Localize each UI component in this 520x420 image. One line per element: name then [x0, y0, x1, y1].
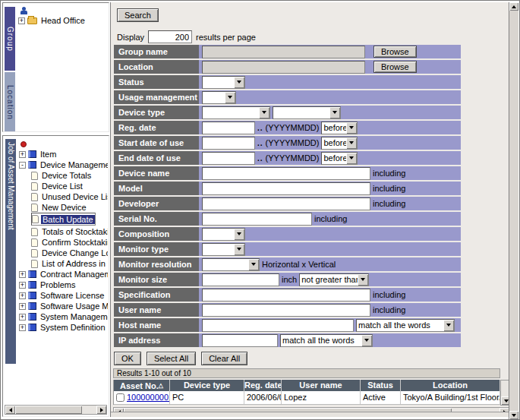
field-label: Start date of use	[114, 136, 199, 150]
expand-icon[interactable]: +	[19, 303, 26, 310]
scroll-down-button[interactable]	[509, 411, 518, 419]
device-name-input[interactable]	[202, 167, 370, 180]
calendar-picker-icon[interactable]: ..	[257, 154, 263, 163]
tab-location[interactable]: Location	[5, 72, 15, 132]
tree-item-new-device[interactable]: New Device	[31, 202, 108, 213]
group-name-browse-button[interactable]: Browse	[373, 46, 417, 58]
tree-item-confirm-stocktaking[interactable]: Confirm Stocktaking D	[31, 237, 108, 248]
tree-item-software-license[interactable]: +Software License	[19, 290, 108, 301]
column-label: Asset No.	[120, 381, 159, 390]
date-format-hint: (YYYYMMDD)	[266, 138, 320, 147]
page-icon	[32, 215, 39, 223]
match-hint: including	[314, 214, 347, 223]
composition-select[interactable]	[202, 228, 245, 241]
expand-icon[interactable]: +	[19, 271, 26, 278]
form-row-location: Location Browse	[114, 60, 461, 74]
display-count-input[interactable]	[148, 30, 192, 43]
tree-item-unused-device-list[interactable]: Unused Device List	[31, 191, 108, 202]
match-hint: including	[373, 290, 405, 299]
book-icon	[28, 161, 36, 169]
tree-item-device-change-log[interactable]: Device Change Log	[31, 248, 108, 258]
tree-item-software-usage-management[interactable]: +Software Usage Managem	[19, 301, 108, 311]
tree-item-problems[interactable]: +Problems	[19, 279, 108, 290]
book-icon	[28, 292, 36, 299]
tree-item-item[interactable]: +Item	[19, 149, 108, 159]
field-label: Device name	[114, 166, 199, 180]
row-checkbox[interactable]	[116, 393, 124, 402]
nav-horizontal-scrollbar[interactable]	[5, 405, 107, 415]
tree-item-head-office[interactable]: + Head Office	[18, 15, 107, 26]
end-date-condition-select[interactable]: before	[321, 152, 358, 165]
expand-icon[interactable]: +	[19, 151, 26, 158]
tree-item-system-management[interactable]: +System Management	[19, 311, 108, 322]
field-label: End date of use	[114, 151, 199, 165]
start-date-input[interactable]	[202, 137, 255, 150]
monitor-resolution-select[interactable]	[202, 258, 260, 271]
scroll-up-button[interactable]	[509, 2, 518, 11]
calendar-picker-icon[interactable]: ..	[257, 124, 263, 132]
status-select[interactable]	[202, 76, 245, 89]
usage-management-select[interactable]	[202, 91, 236, 104]
user-name-input[interactable]	[202, 304, 370, 317]
display-label: Display	[117, 33, 144, 42]
monitor-size-input[interactable]	[202, 273, 279, 286]
end-date-input[interactable]	[202, 152, 255, 165]
column-header-asset-no[interactable]: Asset No.△	[114, 380, 170, 391]
tree-item-list-of-address-in-use[interactable]: List of Address in Use	[31, 258, 108, 269]
ip-address-input[interactable]	[202, 334, 278, 347]
chevron-down-icon	[358, 274, 368, 286]
host-name-match-select[interactable]: match all the words	[356, 319, 455, 332]
search-button[interactable]: Search	[117, 8, 159, 22]
select-all-button[interactable]: Select All	[147, 352, 196, 365]
field-label: IP address	[114, 333, 199, 347]
tree-item-batch-update[interactable]: Batch Update	[31, 213, 96, 226]
expand-icon[interactable]: +	[19, 282, 26, 289]
expand-icon[interactable]: +	[18, 17, 25, 24]
tree-item-contract-management[interactable]: +Contract Management	[19, 269, 108, 279]
column-header-status[interactable]: Status	[361, 380, 401, 391]
device-type-select-2[interactable]	[273, 106, 341, 119]
asset-no-link[interactable]: 1000000001	[127, 391, 170, 404]
reg-date-condition-select[interactable]: before	[321, 122, 358, 134]
column-header-device-type[interactable]: Device type	[170, 380, 244, 391]
host-name-input[interactable]	[202, 319, 354, 332]
location-input[interactable]	[202, 61, 365, 74]
match-hint: including	[373, 169, 405, 178]
ip-address-match-select[interactable]: match all the words	[280, 334, 373, 347]
monitor-size-condition-select[interactable]: not greater than	[299, 273, 369, 286]
tree-item-totals-of-stocktaking[interactable]: Totals of Stocktaking-U	[31, 226, 108, 237]
tree-item-system-definition[interactable]: +System Definition	[19, 322, 108, 333]
tree-item-device-list[interactable]: Device List	[31, 181, 108, 191]
device-type-select-1[interactable]	[202, 106, 270, 119]
column-header-reg-date[interactable]: Reg. date	[244, 380, 282, 391]
specification-input[interactable]	[202, 289, 370, 302]
serial-no-input[interactable]	[202, 213, 312, 226]
clear-all-button[interactable]: Clear All	[201, 352, 247, 365]
collapse-icon[interactable]: -	[19, 162, 26, 169]
page-vertical-scrollbar[interactable]	[509, 2, 518, 419]
expand-icon[interactable]: +	[19, 292, 26, 299]
form-row-model: Model including	[114, 182, 461, 195]
monitor-type-select[interactable]	[202, 243, 245, 256]
location-browse-button[interactable]: Browse	[373, 61, 417, 73]
model-input[interactable]	[202, 182, 370, 195]
ok-button[interactable]: OK	[114, 352, 141, 365]
calendar-picker-icon[interactable]: ..	[257, 139, 263, 147]
developer-input[interactable]	[202, 197, 370, 210]
page-icon	[31, 193, 38, 201]
scroll-thumb[interactable]	[15, 406, 82, 414]
scroll-right-button[interactable]	[96, 406, 106, 414]
column-header-location[interactable]: Location	[401, 380, 500, 391]
scroll-left-button[interactable]	[5, 406, 15, 414]
start-date-condition-select[interactable]: before	[321, 137, 358, 150]
tab-group[interactable]: Group	[5, 7, 15, 71]
expand-icon[interactable]: +	[19, 314, 26, 321]
column-header-user-name[interactable]: User name	[282, 380, 361, 391]
reg-date-input[interactable]	[202, 122, 255, 134]
tree-item-label: Device Totals	[40, 171, 93, 180]
table-row: 1000000001 PC 2006/06/01 Lopez Active To…	[114, 391, 500, 405]
tree-item-device-management[interactable]: -Device Management	[19, 159, 108, 170]
tree-item-device-totals[interactable]: Device Totals	[31, 170, 108, 181]
group-name-input[interactable]	[202, 46, 365, 58]
expand-icon[interactable]: +	[19, 324, 26, 331]
